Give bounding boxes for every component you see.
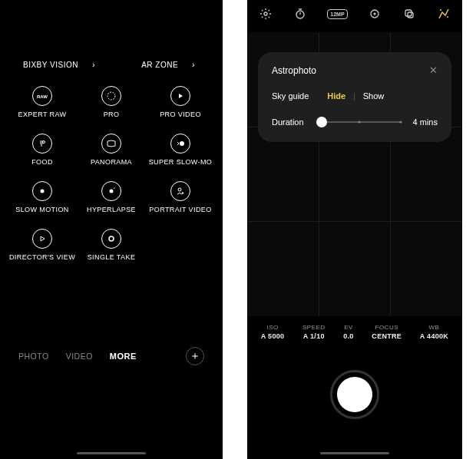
- tab-video[interactable]: VIDEO: [66, 352, 93, 361]
- food-icon: [32, 134, 52, 154]
- svg-point-14: [373, 13, 375, 15]
- grid-line: [247, 221, 462, 222]
- shutter-ring: [330, 370, 379, 419]
- duration-slider[interactable]: [318, 121, 401, 123]
- bixby-vision-link[interactable]: BIXBY VISION ›: [23, 60, 95, 69]
- slider-thumb[interactable]: [316, 117, 327, 127]
- mode-label: SLOW MOTION: [15, 206, 68, 213]
- svg-point-7: [178, 188, 181, 191]
- mode-pro[interactable]: PRO: [77, 86, 146, 118]
- directors-view-icon: [32, 229, 52, 249]
- skyguide-show-option[interactable]: Show: [363, 91, 385, 101]
- svg-marker-8: [182, 192, 184, 194]
- readout-val: A 1/10: [302, 332, 326, 340]
- svg-marker-2: [179, 94, 183, 98]
- readout-key: FOCUS: [372, 324, 402, 331]
- add-mode-button[interactable]: ＋: [186, 347, 204, 365]
- bixby-vision-label: BIXBY VISION: [23, 61, 78, 69]
- svg-rect-15: [405, 10, 412, 16]
- mode-super-slow-mo[interactable]: SUPER SLOW-MO: [146, 134, 215, 166]
- metering-icon[interactable]: [367, 6, 382, 21]
- chevron-right-icon: ›: [92, 60, 95, 69]
- mode-label: PANORAMA: [91, 158, 132, 166]
- svg-point-11: [264, 12, 267, 15]
- readout-iso[interactable]: ISO A 5000: [261, 324, 285, 340]
- skyguide-row: Sky guide Hide | Show: [272, 91, 438, 101]
- mode-panorama[interactable]: PANORAMA: [77, 134, 146, 166]
- astrophoto-panel: Astrophoto ✕ Sky guide Hide | Show Durat…: [258, 52, 451, 142]
- ar-zone-label: AR ZONE: [141, 61, 178, 69]
- readout-focus[interactable]: FOCUS CENTRE: [372, 324, 402, 340]
- slider-tick: [358, 121, 360, 124]
- resolution-badge[interactable]: 12MP: [327, 9, 347, 19]
- mode-expert-raw[interactable]: RAW EXPERT RAW: [8, 86, 77, 118]
- tab-more[interactable]: MORE: [110, 352, 137, 361]
- camera-more-screen: BIXBY VISION › AR ZONE › RAW EXPERT RAW …: [0, 0, 223, 459]
- readout-key: EV: [343, 324, 353, 331]
- readout-val: 0.0: [343, 332, 353, 340]
- readout-key: ISO: [261, 324, 285, 331]
- pro-readout: ISO A 5000 SPEED A 1/10 EV 0.0 FOCUS CEN…: [247, 321, 462, 343]
- hyperlapse-icon: [101, 181, 121, 201]
- duration-label: Duration: [272, 117, 304, 127]
- mode-label: EXPERT RAW: [18, 111, 67, 118]
- readout-val: A 5000: [261, 332, 285, 340]
- slow-motion-icon: [32, 181, 52, 201]
- timer-icon[interactable]: [293, 6, 308, 21]
- svg-point-4: [180, 141, 184, 146]
- close-icon[interactable]: ✕: [429, 64, 438, 76]
- readout-val: CENTRE: [372, 332, 402, 340]
- mode-label: FOOD: [31, 158, 53, 166]
- svg-text:RAW: RAW: [37, 94, 48, 99]
- mode-label: PRO VIDEO: [160, 111, 201, 118]
- settings-icon[interactable]: [258, 6, 273, 21]
- mode-label: SUPER SLOW-MO: [149, 158, 213, 166]
- astrophoto-icon[interactable]: [436, 6, 451, 21]
- duration-row: Duration 4 mins: [272, 117, 438, 127]
- home-indicator: [77, 452, 146, 454]
- portrait-video-icon: [170, 181, 190, 201]
- ar-zone-link[interactable]: AR ZONE ›: [141, 60, 195, 69]
- readout-key: SPEED: [302, 324, 326, 331]
- mode-pro-video[interactable]: PRO VIDEO: [146, 86, 215, 118]
- mode-portrait-video[interactable]: PORTRAIT VIDEO: [146, 181, 215, 213]
- svg-point-1: [107, 92, 115, 100]
- svg-point-6: [110, 190, 114, 193]
- tab-photo[interactable]: PHOTO: [18, 352, 49, 361]
- svg-rect-16: [408, 12, 413, 18]
- mode-grid: RAW EXPERT RAW PRO PRO VIDEO FOOD: [0, 69, 223, 261]
- mode-label: PORTRAIT VIDEO: [149, 206, 211, 213]
- readout-key: WB: [420, 324, 448, 331]
- duration-value: 4 mins: [413, 117, 438, 127]
- slider-tick: [399, 121, 402, 124]
- super-slow-mo-icon: [170, 134, 190, 154]
- mode-single-take[interactable]: SINGLE TAKE: [77, 229, 146, 261]
- mode-label: DIRECTOR'S VIEW: [9, 253, 75, 261]
- mode-label: HYPERLAPSE: [87, 206, 136, 213]
- panorama-icon: [101, 134, 121, 154]
- shutter-button[interactable]: [337, 377, 372, 412]
- viewfinder[interactable]: Astrophoto ✕ Sky guide Hide | Show Durat…: [247, 32, 462, 316]
- mode-tabs: PHOTO VIDEO MORE ＋: [0, 347, 223, 365]
- camera-topbar: 12MP: [247, 0, 462, 28]
- single-take-icon: [101, 229, 121, 249]
- svg-marker-9: [41, 236, 45, 241]
- mode-hyperlapse[interactable]: HYPERLAPSE: [77, 181, 146, 213]
- top-links-row: BIXBY VISION › AR ZONE ›: [0, 0, 223, 69]
- pro-icon: [101, 86, 121, 106]
- mode-label: SINGLE TAKE: [88, 253, 136, 261]
- aspect-icon[interactable]: [402, 6, 417, 21]
- mode-label: PRO: [104, 111, 120, 118]
- mode-food[interactable]: FOOD: [8, 134, 77, 166]
- readout-speed[interactable]: SPEED A 1/10: [302, 324, 326, 340]
- readout-ev[interactable]: EV 0.0: [343, 324, 353, 340]
- mode-slow-motion[interactable]: SLOW MOTION: [8, 181, 77, 213]
- shutter-area: [330, 370, 379, 419]
- svg-point-10: [109, 236, 114, 241]
- pro-video-icon: [170, 86, 190, 106]
- readout-val: A 4400K: [420, 332, 448, 340]
- mode-directors-view[interactable]: DIRECTOR'S VIEW: [8, 229, 77, 261]
- readout-wb[interactable]: WB A 4400K: [420, 324, 448, 340]
- chevron-right-icon: ›: [192, 60, 195, 69]
- skyguide-hide-option[interactable]: Hide: [327, 91, 345, 101]
